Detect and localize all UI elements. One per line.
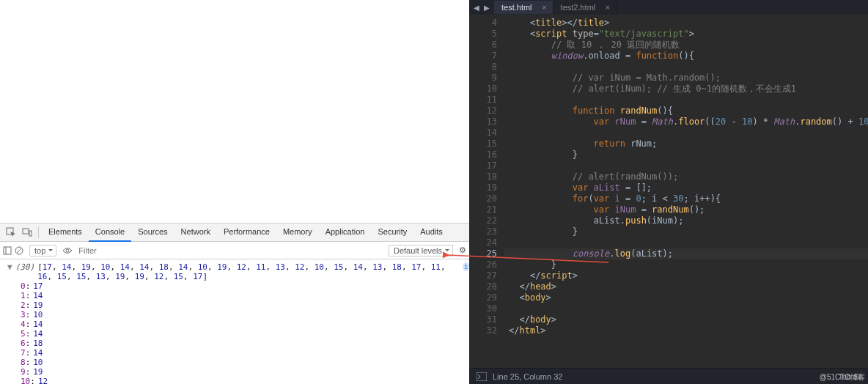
code-line[interactable]: <script type="text/javascript">: [504, 29, 868, 40]
editor-body[interactable]: 4567891011121314151617181920212223242526…: [469, 15, 868, 368]
editor-tabs: test.html×test2.html×: [494, 1, 617, 14]
code-line[interactable]: </script>: [504, 270, 868, 281]
close-tab-icon[interactable]: ×: [542, 3, 546, 12]
array-items: 0:171:142:193:104:145:146:187:148:109:19…: [0, 281, 469, 384]
svg-line-6: [17, 248, 21, 253]
svg-rect-3: [4, 247, 11, 254]
array-preview: [17, 14, 19, 10, 14, 14, 18, 14, 10, 19,…: [37, 262, 457, 281]
devtools-tab-application[interactable]: Application: [319, 223, 372, 242]
devtools-tab-audits[interactable]: Audits: [413, 223, 449, 242]
code-line[interactable]: // alert(iNum); // 生成 0~1的随机数，不会生成1: [504, 84, 868, 95]
code-line[interactable]: <body>: [504, 292, 868, 303]
devtools-tab-performance[interactable]: Performance: [217, 223, 276, 242]
eye-icon[interactable]: [62, 247, 73, 254]
close-tab-icon[interactable]: ×: [606, 3, 610, 12]
code-area[interactable]: <title></title> <script type="text/javas…: [504, 15, 868, 368]
code-line[interactable]: </head>: [504, 281, 868, 292]
code-line[interactable]: </html>: [504, 325, 868, 336]
array-item: 2:19: [21, 300, 469, 310]
code-line[interactable]: }: [504, 259, 868, 270]
nav-forward-icon[interactable]: ▶: [484, 4, 490, 12]
array-item: 3:10: [21, 310, 469, 320]
log-levels-selector[interactable]: Default levels: [389, 245, 453, 256]
cursor-position: Line 25, Column 32: [493, 372, 562, 381]
code-line[interactable]: }: [504, 149, 868, 160]
inspect-icon[interactable]: [3, 224, 19, 240]
svg-rect-8: [477, 372, 487, 381]
array-item: 1:14: [21, 291, 469, 300]
array-item: 8:10: [21, 358, 469, 367]
code-line[interactable]: // 取 10 ， 20 返回的随机数: [504, 40, 868, 51]
code-line[interactable]: }: [504, 226, 868, 237]
code-line[interactable]: var aList = [];: [504, 182, 868, 193]
context-selector[interactable]: top: [29, 245, 56, 256]
code-line[interactable]: [504, 128, 868, 139]
array-item: 7:14: [21, 348, 469, 358]
code-line[interactable]: [504, 62, 868, 73]
watermark: @51CTO博客: [820, 372, 865, 383]
devtools-tab-elements[interactable]: Elements: [42, 223, 89, 242]
devtools-tabs: ElementsConsoleSourcesNetworkPerformance…: [42, 223, 449, 242]
settings-gear-icon[interactable]: ⚙: [459, 245, 466, 255]
code-line[interactable]: [504, 95, 868, 106]
devtools-toolbar: ElementsConsoleSourcesNetworkPerformance…: [0, 223, 469, 242]
code-line[interactable]: [504, 237, 868, 248]
code-line[interactable]: // alert(randNum());: [504, 171, 868, 182]
code-line[interactable]: aList.push(iNum);: [504, 215, 868, 226]
code-line[interactable]: window.onload = function(){: [504, 51, 868, 62]
array-item: 4:14: [21, 320, 469, 329]
devtools-tab-network[interactable]: Network: [174, 223, 217, 242]
console-icon[interactable]: [477, 372, 487, 381]
code-line[interactable]: var rNum = Math.floor((20 - 10) * Math.r…: [504, 117, 868, 128]
code-line[interactable]: [504, 303, 868, 314]
editor-titlebar: ◀ ▶ test.html×test2.html×: [469, 0, 868, 15]
clear-console-icon[interactable]: [15, 246, 23, 255]
array-summary[interactable]: ▼ (30) [17, 14, 19, 10, 14, 14, 18, 14, …: [0, 262, 469, 281]
device-icon[interactable]: [19, 224, 35, 240]
svg-rect-2: [29, 231, 32, 236]
code-line[interactable]: var iNum = randNum();: [504, 204, 868, 215]
info-icon[interactable]: i: [463, 262, 469, 271]
console-toolbar: top Default levels ⚙: [0, 242, 469, 259]
devtools-pane: ElementsConsoleSourcesNetworkPerformance…: [0, 0, 469, 384]
code-line[interactable]: <title></title>: [504, 18, 868, 29]
expand-triangle-icon[interactable]: ▼: [7, 262, 12, 281]
code-line[interactable]: </body>: [504, 314, 868, 325]
array-length-label: (30): [15, 262, 35, 281]
code-line[interactable]: [504, 160, 868, 171]
devtools-tab-sources[interactable]: Sources: [131, 223, 174, 242]
code-line[interactable]: // var iNum = Math.random();: [504, 73, 868, 84]
separator: [38, 226, 39, 238]
devtools-tab-console[interactable]: Console: [89, 223, 131, 242]
code-line[interactable]: return rNum;: [504, 139, 868, 149]
code-line[interactable]: for(var i = 0; i < 30; i++){: [504, 193, 868, 204]
svg-rect-1: [23, 229, 29, 234]
editor-tab[interactable]: test.html×: [494, 1, 553, 14]
array-item: 0:17: [21, 281, 469, 291]
sidebar-toggle-icon[interactable]: [3, 246, 12, 255]
line-gutter: 4567891011121314151617181920212223242526…: [469, 15, 504, 368]
code-line[interactable]: console.log(aList);: [504, 248, 868, 259]
editor-tab[interactable]: test2.html×: [553, 1, 617, 14]
console-output[interactable]: ▼ (30) [17, 14, 19, 10, 14, 14, 18, 14, …: [0, 259, 469, 384]
nav-back-icon[interactable]: ◀: [474, 4, 479, 12]
code-line[interactable]: function randNum(){: [504, 106, 868, 117]
filter-input[interactable]: [78, 246, 386, 255]
svg-point-7: [66, 249, 69, 252]
devtools-tab-security[interactable]: Security: [371, 223, 413, 242]
devtools-tab-memory[interactable]: Memory: [276, 223, 319, 242]
array-item: 6:18: [21, 339, 469, 348]
array-item: 10:12: [21, 377, 469, 384]
editor-pane: ◀ ▶ test.html×test2.html× 45678910111213…: [469, 0, 868, 384]
editor-statusbar: Line 25, Column 32 Tab Si: [469, 368, 868, 384]
array-item: 5:14: [21, 329, 469, 339]
array-item: 9:19: [21, 367, 469, 377]
